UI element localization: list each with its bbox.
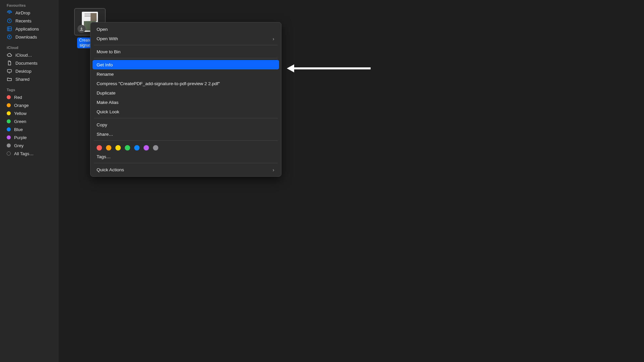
ctx-make-alias[interactable]: Make Alias	[93, 98, 279, 107]
ctx-tag-red[interactable]	[97, 145, 102, 150]
sidebar-item-label: Desktop	[15, 69, 32, 74]
ctx-tag-grey[interactable]	[153, 145, 158, 150]
ctx-tag-yellow[interactable]	[115, 145, 121, 150]
sidebar-item-label: Shared	[15, 77, 30, 82]
ctx-separator	[94, 163, 278, 163]
sidebar-item-label: iCloud…	[15, 53, 32, 58]
arrow-shaft-icon	[293, 67, 371, 69]
ctx-tags[interactable]: Tags…	[93, 152, 279, 161]
ctx-share[interactable]: Share…	[93, 129, 279, 139]
ctx-label: Copy	[97, 122, 107, 127]
ctx-duplicate[interactable]: Duplicate	[93, 88, 279, 98]
sidebar-tag-orange[interactable]: Orange	[0, 101, 59, 109]
chevron-right-icon	[272, 168, 275, 171]
ctx-separator	[94, 140, 278, 141]
context-menu: Open Open With Move to Bin Get Info Rena…	[90, 22, 281, 177]
sidebar-tag-yellow[interactable]: Yellow	[0, 109, 59, 117]
arrow-head-icon	[287, 64, 294, 72]
sidebar-tag-green[interactable]: Green	[0, 117, 59, 125]
ctx-label: Compress "CreatePDF_add-signature-to-pdf…	[97, 81, 220, 86]
ctx-open-with[interactable]: Open With	[93, 34, 279, 43]
airdrop-icon	[7, 10, 12, 15]
svg-rect-4	[7, 69, 11, 72]
ctx-label: Move to Bin	[97, 49, 120, 54]
sidebar-item-label: Grey	[14, 143, 23, 148]
sidebar-tag-purple[interactable]: Purple	[0, 133, 59, 141]
sidebar-item-label: Purple	[14, 135, 27, 140]
sidebar-item-label: Recents	[15, 18, 32, 23]
document-icon	[7, 60, 12, 66]
tag-dot-icon	[7, 119, 11, 123]
sidebar-item-applications[interactable]: Applications	[0, 25, 59, 33]
sidebar-tag-grey[interactable]: Grey	[0, 141, 59, 149]
applications-icon	[7, 26, 12, 32]
sidebar-item-label: Orange	[14, 103, 29, 108]
ctx-label: Make Alias	[97, 100, 118, 105]
cloud-download-icon	[77, 25, 86, 33]
ctx-label: Duplicate	[97, 90, 115, 96]
finder-content: CreatePD… signature… Open Open With Move…	[59, 0, 644, 362]
ctx-label: Rename	[97, 72, 114, 77]
ctx-label: Quick Look	[97, 109, 119, 114]
ctx-separator	[94, 58, 278, 58]
tag-dot-icon	[7, 143, 11, 147]
sidebar-section-tags: Tags Red Orange Yellow Green Blue	[0, 88, 59, 158]
ctx-quick-look[interactable]: Quick Look	[93, 107, 279, 116]
ctx-move-to-bin[interactable]: Move to Bin	[93, 47, 279, 56]
sidebar-item-label: Documents	[15, 61, 38, 66]
clock-icon	[7, 18, 12, 23]
cloud-icon	[7, 52, 12, 58]
tag-dot-icon	[7, 111, 11, 115]
sidebar-item-desktop[interactable]: Desktop	[0, 67, 59, 75]
ctx-tag-purple[interactable]	[144, 145, 149, 150]
sidebar-section-favourites: Favourites AirDrop Recents Applications	[0, 3, 59, 41]
folder-icon	[7, 76, 12, 82]
ctx-rename[interactable]: Rename	[93, 69, 279, 79]
ctx-label: Tags…	[97, 154, 111, 159]
sidebar: Favourites AirDrop Recents Applications	[0, 0, 59, 362]
sidebar-item-recents[interactable]: Recents	[0, 17, 59, 25]
sidebar-item-label: Green	[14, 119, 26, 124]
sidebar-item-label: Yellow	[14, 111, 26, 116]
ctx-separator	[94, 45, 278, 45]
sidebar-item-documents[interactable]: Documents	[0, 59, 59, 67]
ctx-tag-orange[interactable]	[106, 145, 111, 150]
download-icon	[7, 34, 12, 40]
sidebar-tag-red[interactable]: Red	[0, 93, 59, 101]
ctx-open[interactable]: Open	[93, 24, 279, 34]
sidebar-item-label: Red	[14, 95, 22, 100]
sidebar-all-tags[interactable]: All Tags…	[0, 149, 59, 158]
tag-dot-icon	[7, 135, 11, 139]
ctx-tags-row	[93, 142, 279, 152]
sidebar-item-label: Downloads	[15, 35, 37, 40]
sidebar-item-shared[interactable]: Shared	[0, 75, 59, 83]
ctx-quick-actions[interactable]: Quick Actions	[93, 165, 279, 174]
ctx-label: Get Info	[97, 62, 113, 67]
chevron-right-icon	[272, 37, 275, 40]
ctx-label: Open With	[97, 36, 118, 41]
sidebar-item-label: Applications	[15, 26, 39, 32]
ctx-compress[interactable]: Compress "CreatePDF_add-signature-to-pdf…	[93, 79, 279, 88]
sidebar-item-downloads[interactable]: Downloads	[0, 33, 59, 41]
sidebar-item-label: Blue	[14, 127, 23, 132]
sidebar-tag-blue[interactable]: Blue	[0, 125, 59, 133]
ctx-separator	[94, 118, 278, 118]
annotation-arrow	[287, 64, 371, 72]
ctx-label: Open	[97, 27, 108, 32]
sidebar-section-icloud: iCloud iCloud… Documents Desktop	[0, 46, 59, 83]
ctx-get-info[interactable]: Get Info	[93, 60, 279, 69]
tag-dot-icon	[7, 95, 11, 99]
sidebar-item-airdrop[interactable]: AirDrop	[0, 9, 59, 17]
sidebar-item-label: All Tags…	[14, 151, 34, 156]
tag-dot-icon	[7, 127, 11, 131]
sidebar-item-label: AirDrop	[15, 10, 30, 15]
ctx-tag-green[interactable]	[125, 145, 130, 150]
sidebar-item-icloud-drive[interactable]: iCloud…	[0, 51, 59, 59]
ctx-copy[interactable]: Copy	[93, 120, 279, 129]
sidebar-section-title-favourites: Favourites	[0, 3, 59, 9]
ctx-tag-blue[interactable]	[134, 145, 140, 150]
all-tags-icon	[7, 152, 11, 156]
tag-dot-icon	[7, 103, 11, 107]
ctx-label: Share…	[97, 132, 113, 137]
finder-window: Favourites AirDrop Recents Applications	[0, 0, 644, 362]
